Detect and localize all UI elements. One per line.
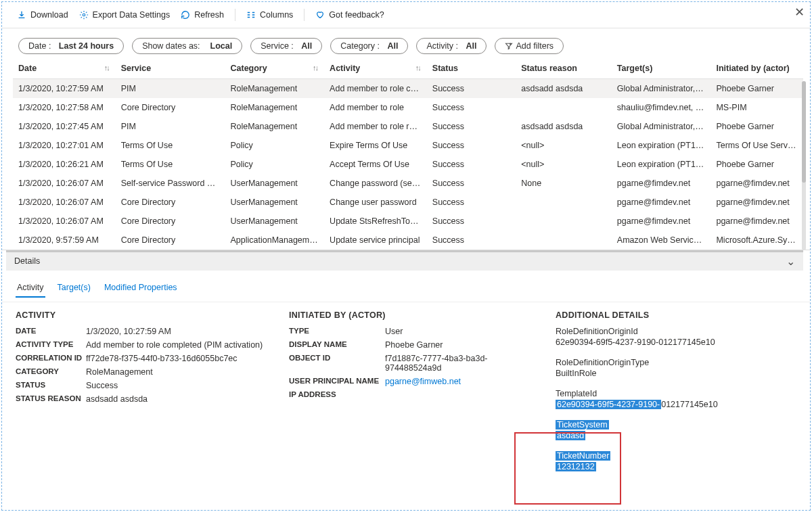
refresh-button[interactable]: Refresh <box>177 10 228 20</box>
table-row[interactable]: 1/3/2020, 9:57:59 AMCore DirectoryApplic… <box>13 231 803 250</box>
feedback-button[interactable]: Got feedback? <box>311 10 388 20</box>
sort-icon: ↑↓ <box>313 64 317 72</box>
detail-tabs: Activity Target(s) Modified Properties <box>2 271 810 302</box>
table-row[interactable]: 1/3/2020, 10:27:45 AMPIMRoleManagementAd… <box>13 117 803 136</box>
heart-icon <box>315 10 325 20</box>
add-filters[interactable]: Add filters <box>495 38 564 54</box>
feedback-label: Got feedback? <box>329 10 384 20</box>
filter-activity[interactable]: Activity : All <box>416 38 487 54</box>
download-button[interactable]: Download <box>13 10 72 20</box>
ad-entry: RoleDefinitionOriginType BuiltInRole <box>556 358 805 378</box>
table-row[interactable]: 1/3/2020, 10:26:07 AMCore DirectoryUserM… <box>13 193 803 212</box>
actor-heading: INITIATED BY (ACTOR) <box>289 310 539 320</box>
upn-link[interactable]: pgarne@fimweb.net <box>385 377 539 386</box>
add-filter-icon <box>505 42 513 50</box>
col-service[interactable]: Service <box>116 60 225 79</box>
export-button[interactable]: Export Data Settings <box>75 10 175 20</box>
ad-entry: RoleDefinitionOriginId 62e90394-69f5-423… <box>556 327 805 347</box>
filter-bar: Date : Last 24 hours Show dates as: Loca… <box>2 28 810 60</box>
col-status[interactable]: Status <box>427 60 516 79</box>
additional-heading: ADDITIONAL DETAILS <box>556 310 805 320</box>
tab-modified[interactable]: Modified Properties <box>103 283 179 298</box>
details-title: Details <box>14 256 40 266</box>
ad-entry: TemplateId 62e90394-69f5-4237-9190-01217… <box>556 389 805 409</box>
filter-category[interactable]: Category : All <box>330 38 408 54</box>
audit-table: Date↑↓ Service Category↑↓ Activity↑↓ Sta… <box>13 60 803 250</box>
audit-table-wrap: Date↑↓ Service Category↑↓ Activity↑↓ Sta… <box>2 60 810 250</box>
filter-date[interactable]: Date : Last 24 hours <box>18 38 124 54</box>
col-activity[interactable]: Activity↑↓ <box>324 60 427 79</box>
table-row[interactable]: 1/3/2020, 10:26:21 AMTerms Of UsePolicyA… <box>13 155 803 174</box>
export-label: Export Data Settings <box>93 10 171 20</box>
details-expander[interactable]: Details ⌄ <box>6 250 803 271</box>
download-label: Download <box>30 10 68 20</box>
col-date[interactable]: Date↑↓ <box>13 60 116 79</box>
table-header-row: Date↑↓ Service Category↑↓ Activity↑↓ Sta… <box>13 60 803 79</box>
activity-column: ACTIVITY DATE1/3/2020, 10:27:59 AM ACTIV… <box>16 310 273 482</box>
table-row[interactable]: 1/3/2020, 10:27:01 AMTerms Of UsePolicyE… <box>13 136 803 155</box>
filter-showdates[interactable]: Show dates as: Local <box>132 38 242 54</box>
table-row[interactable]: 1/3/2020, 10:26:07 AMCore DirectoryUserM… <box>13 212 803 231</box>
columns-icon <box>246 10 256 20</box>
table-row[interactable]: 1/3/2020, 10:27:59 AMPIMRoleManagementAd… <box>13 79 803 98</box>
col-target[interactable]: Target(s) <box>612 60 711 79</box>
sort-icon: ↑↓ <box>104 64 109 72</box>
detail-columns: ACTIVITY DATE1/3/2020, 10:27:59 AM ACTIV… <box>2 302 810 488</box>
close-icon[interactable]: ✕ <box>794 5 805 20</box>
activity-heading: ACTIVITY <box>16 310 273 320</box>
toolbar-divider <box>304 9 304 21</box>
command-bar: Download Export Data Settings Refresh Co… <box>2 2 810 28</box>
download-icon <box>17 10 26 20</box>
columns-button[interactable]: Columns <box>242 10 297 20</box>
table-row[interactable]: 1/3/2020, 10:26:07 AMSelf-service Passwo… <box>13 174 803 193</box>
highlight-annotation <box>514 432 621 505</box>
tab-targets[interactable]: Target(s) <box>56 283 92 298</box>
svg-point-0 <box>83 14 85 16</box>
vertical-scrollbar[interactable] <box>802 81 806 250</box>
toolbar-divider <box>235 9 235 21</box>
filter-service[interactable]: Service : All <box>250 38 322 54</box>
tab-activity[interactable]: Activity <box>16 283 45 298</box>
refresh-label: Refresh <box>194 10 224 20</box>
sort-icon: ↑↓ <box>415 64 420 72</box>
col-category[interactable]: Category↑↓ <box>225 60 324 79</box>
actor-column: INITIATED BY (ACTOR) TYPEUser DISPLAY NA… <box>289 310 539 482</box>
refresh-icon <box>181 10 190 20</box>
col-actor[interactable]: Initiated by (actor) <box>710 60 803 79</box>
chevron-down-icon: ⌄ <box>786 255 795 268</box>
gear-icon <box>79 10 89 20</box>
columns-label: Columns <box>260 10 293 20</box>
col-reason[interactable]: Status reason <box>516 60 612 79</box>
table-row[interactable]: 1/3/2020, 10:27:58 AMCore DirectoryRoleM… <box>13 98 803 117</box>
